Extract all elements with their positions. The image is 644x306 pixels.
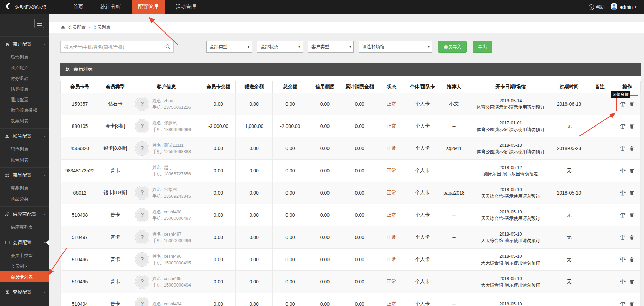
breadcrumb-item[interactable]: 会员配置 [68, 24, 86, 30]
customer-name: 姓名: 宋寒雪 [152, 186, 191, 193]
sidebar-item[interactable]: 商品分类 [0, 194, 49, 204]
gift-balance: 0.00 [236, 249, 273, 271]
gift-balance: 0.00 [236, 93, 273, 115]
sidebar-group-label: 供应商配置 [13, 211, 41, 217]
adjust-balance-button[interactable] [620, 123, 626, 129]
adjust-balance-button[interactable] [620, 190, 626, 196]
avatar: ? [135, 275, 149, 289]
sidebar-group-header[interactable]: 商品配置▾ [0, 168, 49, 183]
row-actions [614, 249, 641, 271]
sidebar-group-label: 套餐配置 [13, 289, 41, 295]
column-header: 信用额度 [308, 81, 342, 93]
search-input[interactable] [60, 41, 174, 53]
sidebar-item[interactable]: 供应商列表 [0, 222, 49, 232]
sidebar-item[interactable]: 场馆列表 [0, 52, 49, 63]
row-actions [614, 137, 641, 160]
delete-button[interactable] [629, 257, 634, 263]
column-header: 总余额 [272, 81, 308, 93]
sidebar-item[interactable]: 微信报表授权 [0, 105, 49, 116]
brand[interactable]: 运动馆家演示馆 [0, 0, 61, 14]
referrer: -- [439, 226, 469, 249]
member-list-panel: 会员列表 会员卡号会员类型客户信息会员卡余额赠送余额总余额信用额度累计消费金额状… [60, 63, 641, 306]
breadcrumb: 会员配置 会员列表 [49, 22, 644, 33]
nav-item[interactable]: 首页 [67, 0, 89, 14]
sidebar-item[interactable]: 通用配置 [0, 94, 49, 105]
nav-item[interactable]: 统计分析 [94, 0, 127, 14]
sidebar-item[interactable]: 帐号列表 [0, 155, 49, 165]
chevron-down-icon: ▾ [347, 41, 353, 52]
sidebar-item[interactable]: 会员卡列表 [0, 271, 49, 282]
sidebar-group-header[interactable]: 供应商配置▾ [0, 207, 49, 222]
export-button[interactable]: 导出 [473, 41, 492, 53]
sidebar-item[interactable]: 会员制卡 [0, 261, 49, 271]
credit-limit: 0.00 [308, 93, 342, 115]
select-value: 全部状态 [257, 44, 296, 50]
delete-button[interactable] [629, 190, 634, 196]
delete-button[interactable] [629, 168, 634, 174]
sidebar-item[interactable]: 职位列表 [0, 144, 49, 155]
delete-button[interactable] [629, 146, 634, 151]
card-type: 普卡 [99, 293, 131, 306]
sidebar-item[interactable]: 发票列表 [0, 116, 49, 126]
delete-button[interactable] [629, 212, 634, 218]
sidebar-menu: 商户配置▾场馆列表商户账户财务退款结算报表通用配置微信报表授权发票列表帐号配置▾… [0, 36, 49, 302]
nav-item[interactable]: 配置管理 [132, 0, 165, 14]
total-consumed: 0.00 [342, 249, 377, 271]
sidebar-group-header[interactable]: 商户配置▾ [0, 37, 49, 52]
sidebar-item[interactable]: 商户账户 [0, 63, 49, 73]
table-row: 510497普卡?姓名: ceshi497手机: 150000004960.00… [61, 226, 641, 249]
adjust-balance-button[interactable] [620, 234, 626, 240]
nav-item[interactable]: 活动管理 [169, 0, 202, 14]
delete-button[interactable] [629, 279, 634, 285]
avatar: ? [135, 97, 149, 111]
sidebar-group-header[interactable]: 帐号配置▾ [0, 129, 49, 144]
delete-button[interactable] [629, 301, 634, 306]
table-row: 510495普卡?姓名: ceshi495手机: 150000004940.00… [61, 271, 641, 293]
delete-button[interactable] [629, 235, 634, 240]
sidebar-group-header[interactable]: 套餐配置▾ [0, 284, 49, 300]
sidebar-item[interactable]: 会员卡类型 [0, 250, 49, 261]
gift-balance: 1,000.00 [236, 115, 273, 137]
customer-name: 姓名: zhou [152, 97, 191, 104]
note [586, 115, 614, 137]
adjust-balance-button[interactable] [620, 212, 626, 218]
sidebar-item[interactable]: 结算报表 [0, 84, 49, 94]
expire-date: 无 [552, 249, 586, 271]
card-type: 普卡 [99, 226, 131, 249]
sidebar-group-header[interactable]: 会员配置▾ [0, 235, 49, 250]
total-balance: 0.00 [272, 137, 308, 160]
help-button[interactable]: ? 帮助 [589, 4, 605, 10]
adjust-balance-button[interactable] [620, 301, 626, 306]
chevron-down-icon: ▾ [245, 41, 252, 52]
member-import-button[interactable]: 会员导入 [438, 41, 467, 53]
gift-balance: 0.00 [236, 204, 273, 226]
customer-info: ?姓名: ceshi498手机: 15000000497 [131, 204, 201, 226]
delete-button[interactable] [629, 101, 634, 107]
adjust-balance-button[interactable] [620, 168, 626, 174]
avatar: ? [135, 119, 149, 133]
chevron-down-icon: ▾ [44, 172, 46, 178]
sidebar-toggle-button[interactable] [34, 19, 44, 28]
open-date-venue: 2017-01-01体育公园演示馆-演示使用请勿预订 [469, 115, 552, 137]
card-balance: 0.00 [201, 93, 236, 115]
card-balance: 0.00 [201, 249, 236, 271]
status: 正常 [377, 160, 406, 182]
user-menu[interactable]: admin ▾ [610, 3, 636, 11]
adjust-balance-button[interactable] [620, 279, 626, 285]
chevron-down-icon: ▾ [44, 133, 46, 139]
adjust-balance-button[interactable] [620, 145, 626, 151]
gift-balance: 0.00 [236, 160, 273, 182]
sidebar-item[interactable]: 财务退款 [0, 73, 49, 84]
delete-button[interactable] [629, 123, 634, 129]
filter-select[interactable]: 客户类型▾ [308, 41, 354, 53]
filter-select[interactable]: 全部状态▾ [257, 41, 303, 53]
avatar: ? [135, 252, 149, 267]
adjust-balance-button[interactable] [620, 101, 626, 107]
sidebar-item[interactable]: 商品列表 [0, 183, 49, 194]
filter-select[interactable]: 请选择场馆▾ [359, 41, 432, 53]
adjust-balance-button[interactable] [620, 256, 626, 263]
row-actions [614, 182, 641, 204]
table-row: 98348173522普卡姓名: 赵 、手机: 189667276560.000… [61, 160, 641, 182]
filter-select[interactable]: 全部类型▾ [206, 41, 252, 53]
sidebar-group-label: 会员配置 [13, 240, 41, 245]
